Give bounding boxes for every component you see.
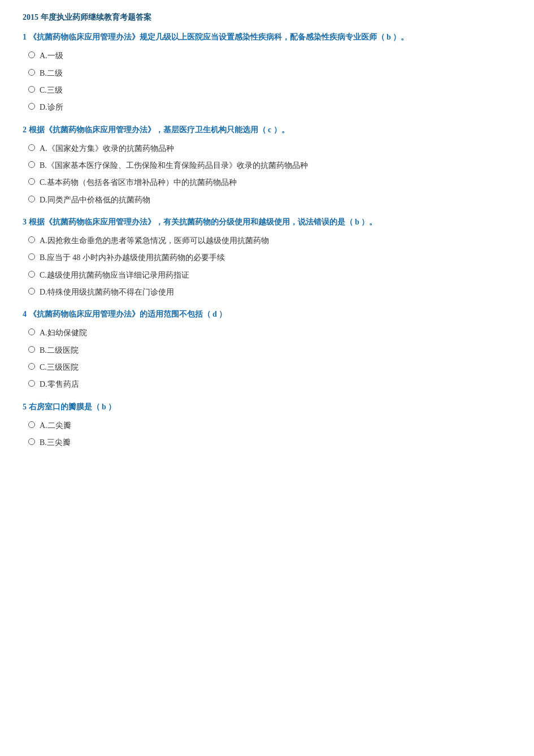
option-item-q1a[interactable]: A.一级 — [23, 50, 511, 62]
option-item-q4d[interactable]: D.零售药店 — [23, 378, 511, 391]
option-item-q2b[interactable]: B.《国家基本医疗保险、工伤保险和生育保险药品目录》收录的抗菌药物品种 — [23, 159, 511, 172]
question-title-q4: 4 《抗菌药物临床应用管理办法》的适用范围不包括（ d ） — [23, 308, 511, 321]
question-block-q2: 2 根据《抗菌药物临床应用管理办法》，基层医疗卫生机构只能选用（ c ）。A.《… — [23, 123, 511, 206]
option-text-q1a: A.一级 — [40, 50, 63, 62]
option-text-q3a: A.因抢救生命垂危的患者等紧急情况，医师可以越级使用抗菌药物 — [40, 235, 269, 247]
question-suffix-q1: ）。 — [393, 33, 409, 41]
question-answer-q3: b — [353, 218, 362, 226]
option-item-q5a[interactable]: A.二尖瓣 — [23, 420, 511, 432]
option-item-q2d[interactable]: D.同类产品中价格低的抗菌药物 — [23, 194, 511, 206]
option-text-q2b: B.《国家基本医疗保险、工伤保险和生育保险药品目录》收录的抗菌药物品种 — [40, 159, 308, 172]
option-item-q4c[interactable]: C.三级医院 — [23, 361, 511, 374]
question-title-q2: 2 根据《抗菌药物临床应用管理办法》，基层医疗卫生机构只能选用（ c ）。 — [23, 123, 511, 137]
question-number-q3: 3 — [23, 218, 29, 226]
question-answer-q4: d — [211, 310, 219, 318]
radio-icon-q4d[interactable] — [28, 380, 35, 387]
option-item-q3c[interactable]: C.越级使用抗菌药物应当详细记录用药指证 — [23, 269, 511, 282]
radio-icon-q3c[interactable] — [28, 271, 35, 278]
question-body-q2: 根据《抗菌药物临床应用管理办法》，基层医疗卫生机构只能选用（ — [29, 126, 266, 134]
option-text-q1b: B.二级 — [40, 67, 63, 80]
option-text-q4a: A.妇幼保健院 — [40, 327, 87, 339]
option-text-q4b: B.二级医院 — [40, 344, 79, 357]
options-list-q5: A.二尖瓣B.三尖瓣 — [23, 420, 511, 450]
option-item-q5b[interactable]: B.三尖瓣 — [23, 437, 511, 449]
question-body-q1: 《抗菌药物临床应用管理办法》规定几级以上医院应当设置感染性疾病科，配备感染性疾病… — [29, 33, 385, 41]
question-answer-q2: c — [266, 126, 273, 134]
question-body-q5: 右房室口的瓣膜是（ — [29, 403, 100, 411]
radio-icon-q3b[interactable] — [28, 253, 35, 260]
question-number-q5: 5 — [23, 403, 29, 411]
question-number-q2: 2 — [23, 126, 29, 134]
options-list-q2: A.《国家处方集》收录的抗菌药物品种B.《国家基本医疗保险、工伤保险和生育保险药… — [23, 142, 511, 207]
radio-icon-q1d[interactable] — [28, 103, 35, 110]
radio-icon-q4c[interactable] — [28, 363, 35, 370]
question-block-q3: 3 根据《抗菌药物临床应用管理办法》，有关抗菌药物的分级使用和越级使用，说法错误… — [23, 215, 511, 299]
radio-icon-q2a[interactable] — [28, 144, 35, 151]
option-text-q4c: C.三级医院 — [40, 361, 79, 374]
option-item-q2a[interactable]: A.《国家处方集》收录的抗菌药物品种 — [23, 142, 511, 155]
question-title-q5: 5 右房室口的瓣膜是（ b ） — [23, 400, 511, 414]
question-suffix-q3: ）。 — [361, 218, 377, 226]
option-item-q4a[interactable]: A.妇幼保健院 — [23, 327, 511, 339]
page-title: 2015 年度执业药师继续教育考题答案 — [23, 11, 511, 24]
option-text-q1d: D.诊所 — [40, 101, 63, 114]
question-title-q1: 1 《抗菌药物临床应用管理办法》规定几级以上医院应当设置感染性疾病科，配备感染性… — [23, 31, 511, 44]
option-text-q5b: B.三尖瓣 — [40, 437, 71, 449]
option-item-q3b[interactable]: B.应当于 48 小时内补办越级使用抗菌药物的必要手续 — [23, 252, 511, 264]
question-suffix-q4: ） — [219, 310, 227, 318]
options-list-q4: A.妇幼保健院B.二级医院C.三级医院D.零售药店 — [23, 327, 511, 391]
question-suffix-q5: ） — [108, 403, 116, 411]
question-block-q1: 1 《抗菌药物临床应用管理办法》规定几级以上医院应当设置感染性疾病科，配备感染性… — [23, 31, 511, 114]
question-number-q4: 4 — [23, 310, 29, 318]
question-number-q1: 1 — [23, 33, 29, 41]
question-answer-q1: b — [385, 33, 393, 41]
option-text-q4d: D.零售药店 — [40, 378, 79, 391]
radio-icon-q3a[interactable] — [28, 236, 35, 243]
options-list-q1: A.一级B.二级C.三级D.诊所 — [23, 50, 511, 114]
question-answer-q5: b — [100, 403, 108, 411]
question-suffix-q2: ）。 — [273, 126, 289, 134]
radio-icon-q4a[interactable] — [28, 329, 35, 335]
option-item-q1c[interactable]: C.三级 — [23, 84, 511, 97]
radio-icon-q2d[interactable] — [28, 196, 35, 202]
radio-icon-q1a[interactable] — [28, 51, 35, 58]
question-body-q3: 根据《抗菌药物临床应用管理办法》，有关抗菌药物的分级使用和越级使用，说法错误的是… — [29, 218, 353, 226]
options-list-q3: A.因抢救生命垂危的患者等紧急情况，医师可以越级使用抗菌药物B.应当于 48 小… — [23, 235, 511, 299]
radio-icon-q1b[interactable] — [28, 69, 35, 76]
option-item-q3a[interactable]: A.因抢救生命垂危的患者等紧急情况，医师可以越级使用抗菌药物 — [23, 235, 511, 247]
radio-icon-q5b[interactable] — [28, 438, 35, 445]
page-container: 2015 年度执业药师继续教育考题答案 1 《抗菌药物临床应用管理办法》规定几级… — [23, 11, 511, 449]
radio-icon-q2b[interactable] — [28, 161, 35, 168]
option-text-q1c: C.三级 — [40, 84, 63, 97]
option-text-q2a: A.《国家处方集》收录的抗菌药物品种 — [40, 142, 174, 155]
question-block-q5: 5 右房室口的瓣膜是（ b ）A.二尖瓣B.三尖瓣 — [23, 400, 511, 450]
question-block-q4: 4 《抗菌药物临床应用管理办法》的适用范围不包括（ d ）A.妇幼保健院B.二级… — [23, 308, 511, 391]
option-item-q1b[interactable]: B.二级 — [23, 67, 511, 80]
option-item-q3d[interactable]: D.特殊使用级抗菌药物不得在门诊使用 — [23, 286, 511, 299]
questions-container: 1 《抗菌药物临床应用管理办法》规定几级以上医院应当设置感染性疾病科，配备感染性… — [23, 31, 511, 449]
option-text-q3b: B.应当于 48 小时内补办越级使用抗菌药物的必要手续 — [40, 252, 225, 264]
option-text-q3c: C.越级使用抗菌药物应当详细记录用药指证 — [40, 269, 189, 282]
option-text-q2d: D.同类产品中价格低的抗菌药物 — [40, 194, 150, 206]
radio-icon-q5a[interactable] — [28, 421, 35, 428]
option-item-q1d[interactable]: D.诊所 — [23, 101, 511, 114]
radio-icon-q3d[interactable] — [28, 288, 35, 295]
option-item-q4b[interactable]: B.二级医院 — [23, 344, 511, 357]
option-item-q2c[interactable]: C.基本药物（包括各省区市增补品种）中的抗菌药物品种 — [23, 176, 511, 189]
option-text-q3d: D.特殊使用级抗菌药物不得在门诊使用 — [40, 286, 174, 299]
option-text-q5a: A.二尖瓣 — [40, 420, 71, 432]
question-body-q4: 《抗菌药物临床应用管理办法》的适用范围不包括（ — [29, 310, 211, 318]
radio-icon-q1c[interactable] — [28, 86, 35, 93]
question-title-q3: 3 根据《抗菌药物临床应用管理办法》，有关抗菌药物的分级使用和越级使用，说法错误… — [23, 215, 511, 229]
option-text-q2c: C.基本药物（包括各省区市增补品种）中的抗菌药物品种 — [40, 176, 237, 189]
radio-icon-q4b[interactable] — [28, 346, 35, 353]
radio-icon-q2c[interactable] — [28, 178, 35, 185]
